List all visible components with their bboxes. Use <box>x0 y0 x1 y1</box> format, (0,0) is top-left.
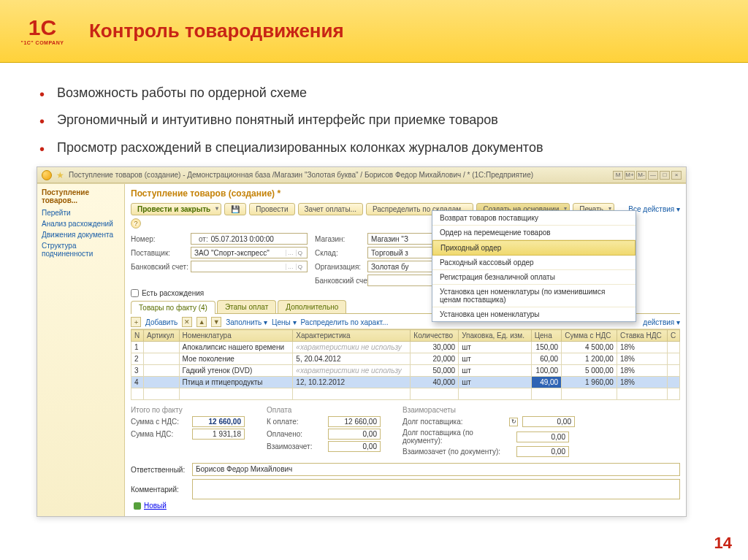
grid-actions-button[interactable]: действия ▾ <box>643 318 680 326</box>
sum-with-vat-label: Сумма с НДС: <box>131 418 188 426</box>
vat-value: 1 931,18 <box>192 429 245 440</box>
tab-goods[interactable]: Товары по факту (4) <box>131 301 215 314</box>
org-label: Организация: <box>315 263 360 271</box>
offset-value: 0,00 <box>328 441 381 452</box>
document-title: Поступление товаров (создание) * <box>131 188 680 199</box>
save-button[interactable]: 💾 <box>224 203 246 215</box>
post-and-close-button[interactable]: Провести и закрыть <box>131 203 221 215</box>
dropdown-item[interactable]: Ордер на перемещение товаров <box>432 226 636 240</box>
minimize-button[interactable]: — <box>648 171 658 180</box>
add-row-button[interactable]: Добавить <box>145 318 178 326</box>
nav-link[interactable]: Структура подчиненности <box>42 242 120 258</box>
table-row[interactable]: 3Гадкий утенок (DVD)«характеристики не и… <box>131 365 680 377</box>
col-nomenclature[interactable]: Номенклатура <box>179 330 293 342</box>
supplier-input[interactable]: ЗАО "Спорт-экспресс"…Q <box>191 247 308 258</box>
debt-label: Долг поставщика: <box>402 418 505 426</box>
move-down-icon[interactable]: ▼ <box>211 317 221 327</box>
window-title: Поступление товаров (создание) - Демонст… <box>69 171 533 179</box>
table-row-empty[interactable] <box>131 388 680 400</box>
bankacc-input[interactable]: …Q <box>191 261 308 272</box>
col-sum[interactable]: Сумма с НДС <box>562 330 617 342</box>
dropdown-item[interactable]: Установка цен номенклатуры (по изменивши… <box>432 285 636 307</box>
col-n[interactable]: N <box>131 330 144 342</box>
nav-link[interactable]: Перейти <box>42 209 120 217</box>
offset-doc-value: 0,00 <box>516 446 569 457</box>
table-row-selected[interactable]: 4Птица и птицепродукты12, 10.12.201240,0… <box>131 377 680 388</box>
debt-value: 0,00 <box>522 416 575 427</box>
close-button[interactable]: × <box>671 171 682 180</box>
status-new-link[interactable]: Новый <box>144 502 167 510</box>
bottom-fields: Ответственный: Борисов Федор Михайлович … <box>131 463 680 499</box>
main-area: Поступление товаров (создание) * Провест… <box>125 184 686 516</box>
add-row-icon[interactable]: ＋ <box>131 317 141 327</box>
col-extra[interactable]: С <box>667 330 679 342</box>
bullet-item: Возможность работы по ордерной схеме <box>37 85 719 101</box>
nav-link[interactable]: Анализ расхождений <box>42 220 120 228</box>
responsible-input[interactable]: Борисов Федор Михайлович <box>192 463 680 476</box>
move-up-icon[interactable]: ▲ <box>196 317 207 327</box>
totals-panel: Итого по факту Сумма с НДС:12 660,00 Сум… <box>131 400 680 459</box>
favorite-icon[interactable]: ★ <box>56 170 64 180</box>
delete-row-icon[interactable]: ✕ <box>182 317 192 327</box>
debt-doc-value: 0,00 <box>516 431 569 442</box>
dropdown-item[interactable]: Регистрация безналичной оплаты <box>432 270 636 285</box>
dropdown-item[interactable]: Установка цен номенклатуры <box>432 307 636 321</box>
col-unit[interactable]: Упаковка, Ед. изм. <box>459 330 532 342</box>
comment-input[interactable] <box>192 479 680 499</box>
table-row[interactable]: 2Мое поколение5, 20.04.201220,000шт60,00… <box>131 353 680 365</box>
window-buttons: M M+ M- — □ × <box>613 171 682 180</box>
logo-text: 1C <box>28 17 56 39</box>
fact-totals-label: Итого по факту <box>131 406 245 414</box>
create-based-dropdown: Возврат товаров поставщику Ордер на пере… <box>432 210 636 322</box>
warehouse-label: Склад: <box>315 249 360 257</box>
paid-label: Оплачено: <box>267 430 324 438</box>
help-icon[interactable]: ? <box>131 218 141 229</box>
prices-button[interactable]: Цены ▾ <box>272 318 296 326</box>
offset-doc-label: Взаимозачет (по документу): <box>402 448 512 456</box>
win-btn[interactable]: M <box>613 171 623 180</box>
col-article[interactable]: Артикул <box>144 330 180 342</box>
win-btn[interactable]: M- <box>636 171 646 180</box>
status-flag-icon <box>134 502 141 510</box>
payment-label: Оплата <box>267 406 381 414</box>
nav-link[interactable]: Движения документа <box>42 231 120 239</box>
store-label: Магазин: <box>315 235 360 243</box>
offset-button[interactable]: Зачет оплаты... <box>298 203 363 215</box>
debt-doc-label: Долг поставщика (по документу): <box>402 429 512 445</box>
tab-extra[interactable]: Дополнительно <box>278 300 346 313</box>
refresh-icon[interactable]: ↻ <box>509 418 518 426</box>
bankacc2-label: Банковский счет: <box>315 277 360 285</box>
to-pay-label: К оплате: <box>267 418 324 426</box>
number-label: Номер: <box>131 235 183 243</box>
table-row[interactable]: 1Апокалипсис нашего времени«характеристи… <box>131 342 680 353</box>
goods-table[interactable]: N Артикул Номенклатура Характеристика Ко… <box>131 329 680 400</box>
responsible-label: Ответственный: <box>131 466 189 474</box>
tab-stages[interactable]: Этапы оплат <box>217 300 276 313</box>
maximize-button[interactable]: □ <box>660 171 670 180</box>
dropdown-item[interactable]: Расходный кассовый ордер <box>432 256 636 270</box>
win-btn[interactable]: M+ <box>625 171 635 180</box>
col-qty[interactable]: Количество <box>411 330 459 342</box>
col-price[interactable]: Цена <box>531 330 562 342</box>
spread-button[interactable]: Распределить по характ... <box>301 318 389 326</box>
dropdown-item[interactable]: Возврат товаров поставщику <box>432 211 636 226</box>
page-number: 14 <box>714 534 732 553</box>
post-button[interactable]: Провести <box>249 203 294 215</box>
paid-value: 0,00 <box>328 429 381 440</box>
comment-label: Комментарий: <box>131 486 189 494</box>
sum-with-vat-value: 12 660,00 <box>192 416 245 427</box>
number-input[interactable]: от: 05.07.2013 0:00:00 <box>191 233 308 245</box>
app-orb-icon[interactable] <box>42 170 52 180</box>
col-vat[interactable]: Ставка НДС <box>617 330 667 342</box>
dropdown-item-selected[interactable]: Приходный ордер <box>432 240 636 256</box>
settlements-label: Взаиморасчеты <box>402 406 575 414</box>
slide-header: 1C "1C" COMPANY Контроль товародвижения <box>0 0 748 63</box>
bullet-item: Просмотр расхождений в специализированны… <box>37 139 719 156</box>
supplier-label: Поставщик: <box>131 249 183 257</box>
slide-body: Возможность работы по ордерной схеме Эрг… <box>0 63 748 524</box>
bullet-list: Возможность работы по ордерной схеме Эрг… <box>37 85 719 156</box>
fill-button[interactable]: Заполнить ▾ <box>226 318 267 326</box>
to-pay-value: 12 660,00 <box>328 416 381 427</box>
col-characteristic[interactable]: Характеристика <box>293 330 411 342</box>
discrepancy-checkbox-input[interactable] <box>131 289 139 297</box>
